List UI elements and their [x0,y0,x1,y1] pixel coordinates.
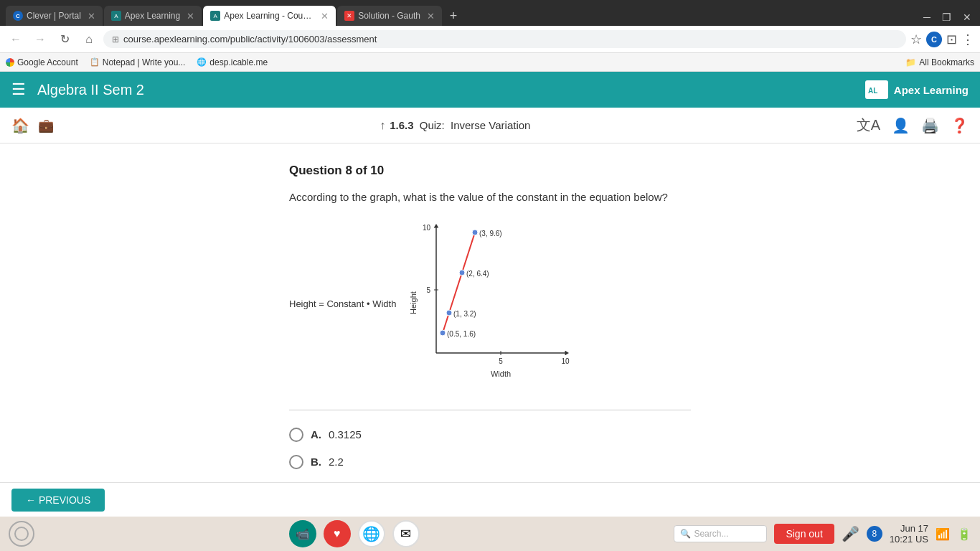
svg-text:AL: AL [868,87,877,95]
tab-apex2-close[interactable]: ✕ [321,11,329,22]
home-button[interactable]: ⌂ [79,30,99,49]
address-bar-row: ← → ↻ ⌂ ⊞ course.apexlearning.com/public… [0,26,980,53]
maximize-button[interactable]: ❐ [942,11,951,23]
bookmarks-folder-icon: 📁 [905,57,916,67]
new-tab-button[interactable]: + [443,6,463,26]
tab-apex1[interactable]: A Apex Learning ✕ [104,6,202,26]
bookmark-desp[interactable]: 🌐 desp.icable.me [197,57,268,67]
battery-icon: 🔋 [957,527,971,541]
taskbar-red-app[interactable]: ♥ [324,520,351,547]
taskbar-meet[interactable]: 📹 [289,520,316,547]
forward-button[interactable]: → [30,30,50,49]
question-header: Question 8 of 10 [289,164,691,178]
quiz-number: 1.6.3 [390,119,413,131]
apex-logo-icon: AL [865,80,888,99]
apex2-favicon: A [210,11,220,21]
apex-logo: AL Apex Learning [865,80,969,99]
point-0.5-1.6 [440,330,446,336]
sub-header-center: ↑ 1.6.3 Quiz: Inverse Variation [54,119,857,132]
answer-option-a[interactable]: A. 0.3125 [289,428,691,442]
tab-apex2[interactable]: A Apex Learning - Courses ✕ [203,6,336,26]
tab-apex1-close[interactable]: ✕ [187,11,194,22]
notification-badge[interactable]: 8 [867,526,882,542]
equation-label: Height = Constant • Width [289,298,396,309]
search-bar: 🔍 Search... [674,525,767,542]
gmail-icon: ✉ [400,526,411,542]
graph-svg: Height 5 10 5 [407,220,580,385]
reload-button[interactable]: ↻ [55,29,75,49]
browser-chrome: C Clever | Portal ✕ A Apex Learning ✕ A … [0,0,980,72]
all-bookmarks-label: All Bookmarks [919,57,974,67]
y-label-5: 5 [427,286,431,294]
taskbar-center: 📹 ♥ 🌐 ✉ [34,520,674,547]
answer-option-b[interactable]: B. 2.2 [289,455,691,469]
tab-clever[interactable]: C Clever | Portal ✕ [6,6,103,26]
x-axis-label: Width [491,369,511,378]
graph-line [443,232,475,333]
tab-gauth[interactable]: ✕ Solution - Gauth ✕ [337,6,442,26]
red-app-icon: ♥ [334,527,341,540]
circle-icon [14,527,29,541]
bookmark-notepad[interactable]: 📋 Notepad | Write you... [90,57,186,67]
menu-button[interactable]: ⋮ [961,32,974,47]
gauth-favicon: ✕ [344,11,354,21]
tab-clever-close[interactable]: ✕ [88,11,95,22]
radio-c[interactable] [289,482,303,483]
minimize-button[interactable]: ─ [923,11,930,23]
date: Jun 17 [890,523,928,534]
sub-header: 🏠 💼 ↑ 1.6.3 Quiz: Inverse Variation 文A 👤… [0,108,980,143]
secure-icon: ⊞ [112,34,119,44]
taskbar-chrome[interactable]: 🌐 [358,520,385,547]
bookmark-google-label: Google Account [17,57,78,67]
extensions-button[interactable]: ⊡ [946,32,957,47]
prev-button[interactable]: ← PREVIOUS [11,489,105,512]
tab-apex2-title: Apex Learning - Courses [224,11,314,21]
answer-options: A. 0.3125 B. 2.2 C. 6.6 D. 3.2 [289,428,691,483]
taskbar-gmail[interactable]: ✉ [392,520,420,547]
briefcase-icon[interactable]: 💼 [38,118,54,133]
translate-icon[interactable]: 文A [857,116,880,135]
label-1-3.2: (1, 3.2) [453,310,476,318]
answer-b-value: 2.2 [329,456,344,468]
circle-menu-button[interactable] [9,521,34,547]
tab-gauth-close[interactable]: ✕ [427,11,435,22]
bookmark-star[interactable]: ☆ [910,32,922,47]
profile-circle[interactable]: C [926,32,942,47]
close-button[interactable]: ✕ [963,11,971,23]
window-controls: ─ ❐ ✕ [915,11,980,23]
tab-bar: C Clever | Portal ✕ A Apex Learning ✕ A … [0,0,980,26]
signout-button[interactable]: Sign out [774,524,834,544]
divider [289,410,691,410]
label-0.5-1.6: (0.5, 1.6) [447,330,476,338]
bookmark-google[interactable]: Google Account [6,57,78,67]
address-field[interactable]: ⊞ course.apexlearning.com/public/activit… [103,30,906,48]
chrome-icon: 🌐 [362,525,380,542]
x-label-10: 10 [562,357,570,365]
hamburger-menu[interactable]: ☰ [11,80,26,99]
user-icon[interactable]: 👤 [892,117,910,134]
radio-a[interactable] [289,428,303,442]
bookmark-desp-label: desp.icable.me [209,57,268,67]
meet-icon: 📹 [296,527,310,541]
print-icon[interactable]: 🖨️ [921,117,939,134]
all-bookmarks[interactable]: 📁 All Bookmarks [905,57,974,67]
back-button[interactable]: ← [6,30,26,49]
point-3-9.6 [472,230,478,235]
search-bar-text: Search... [694,529,728,539]
apex-logo-text: Apex Learning [894,84,969,96]
desp-icon: 🌐 [197,57,207,67]
label-2-6.4: (2, 6.4) [466,270,489,278]
time: 10:21 US [890,534,928,545]
quiz-info: 1.6.3 Quiz: Inverse Variation [390,119,530,131]
answer-option-c[interactable]: C. 6.6 [289,482,691,483]
home-icon[interactable]: 🏠 [11,117,29,134]
quiz-name: Inverse Variation [451,119,530,131]
x-label-5: 5 [499,357,504,365]
question-text: According to the graph, what is the valu… [289,189,691,206]
y-label-10: 10 [423,224,431,232]
help-icon[interactable]: ❓ [951,117,969,134]
app-header: ☰ Algebra II Sem 2 AL Apex Learning [0,72,980,108]
radio-b[interactable] [289,455,303,469]
mic-icon[interactable]: 🎤 [842,525,859,542]
label-3-9.6: (3, 9.6) [479,230,502,237]
